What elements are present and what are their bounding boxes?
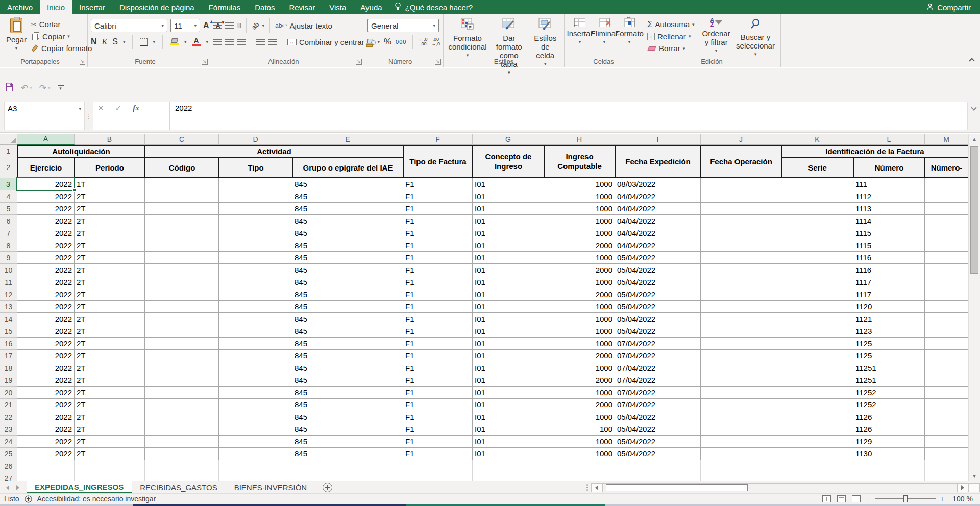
cell-J21[interactable] (701, 399, 781, 411)
tab-datos[interactable]: Datos (248, 0, 282, 14)
font-color-button[interactable]: A (192, 38, 201, 46)
cell-J6[interactable] (701, 215, 781, 227)
cell-D3[interactable] (219, 178, 292, 190)
cell-I3[interactable]: 08/03/2022 (615, 178, 701, 190)
column-header-F[interactable]: F (403, 134, 473, 145)
cell-E10[interactable]: 845 (292, 264, 403, 276)
cell-L26[interactable] (853, 460, 925, 472)
cell-B9[interactable]: 2T (75, 252, 145, 264)
cell-A11[interactable]: 2022 (17, 276, 75, 288)
copy-button[interactable]: Copiar ▾ (31, 31, 92, 42)
cell-H8[interactable]: 2000 (544, 239, 615, 252)
formula-bar-splitter[interactable]: ⋮ (85, 102, 93, 130)
cell-A20[interactable]: 2022 (17, 387, 75, 399)
cell-E8[interactable]: 845 (292, 239, 403, 252)
cell-A24[interactable]: 2022 (17, 436, 75, 448)
cell-D10[interactable] (219, 264, 292, 276)
header-cell-k2[interactable]: Serie (781, 157, 853, 178)
cell-L4[interactable]: 1112 (853, 190, 925, 203)
cell-K16[interactable] (781, 338, 853, 350)
previous-sheet-arrow[interactable] (6, 485, 9, 490)
cell-J7[interactable] (701, 227, 781, 239)
cell-A19[interactable]: 2022 (17, 374, 75, 387)
row-header-9[interactable]: 9 (0, 252, 17, 264)
cell-C6[interactable] (145, 215, 219, 227)
cell-C13[interactable] (145, 301, 219, 313)
row-header-5[interactable]: 5 (0, 203, 17, 215)
cell-J11[interactable] (701, 276, 781, 288)
cell-I8[interactable]: 04/04/2022 (615, 239, 701, 252)
page-break-view-button[interactable] (852, 495, 861, 502)
cell-B13[interactable]: 2T (75, 301, 145, 313)
increase-decimal-icon[interactable]: ←,0 ,00 (419, 37, 428, 46)
header-cell-fecha_expedicion[interactable]: Fecha Expedición (615, 145, 701, 178)
cell-H19[interactable]: 2000 (544, 374, 615, 387)
horizontal-scrollbar[interactable] (602, 483, 957, 492)
cell-D5[interactable] (219, 203, 292, 215)
cell-K4[interactable] (781, 190, 853, 203)
cell-A9[interactable]: 2022 (17, 252, 75, 264)
redo-button[interactable]: ↷▾ (39, 83, 51, 93)
cell-A17[interactable]: 2022 (17, 350, 75, 362)
enter-button[interactable]: ✓ (115, 104, 122, 113)
cell-D20[interactable] (219, 387, 292, 399)
align-left-icon[interactable] (213, 39, 222, 45)
cell-B27[interactable] (75, 472, 145, 481)
cell-I18[interactable]: 07/04/2022 (615, 362, 701, 374)
cell-H25[interactable]: 1000 (544, 448, 615, 460)
cell-F11[interactable]: F1 (403, 276, 473, 288)
cell-G20[interactable]: I01 (473, 387, 544, 399)
cell-D19[interactable] (219, 374, 292, 387)
format-cells-button[interactable]: ↔ Formato ▾ (617, 17, 642, 56)
cell-styles-button[interactable]: Estilos de celda ▾ (530, 17, 561, 56)
cell-B17[interactable]: 2T (75, 350, 145, 362)
cell-D17[interactable] (219, 350, 292, 362)
cell-F3[interactable]: F1 (403, 178, 473, 190)
font-size-select[interactable]: 11 ▾ (170, 19, 200, 32)
cell-A12[interactable]: 2022 (17, 288, 75, 301)
cell-L10[interactable]: 1116 (853, 264, 925, 276)
cell-D25[interactable] (219, 448, 292, 460)
cell-C17[interactable] (145, 350, 219, 362)
font-name-select[interactable]: Calibri ▾ (91, 19, 167, 32)
cell-G25[interactable]: I01 (473, 448, 544, 460)
cell-G10[interactable]: I01 (473, 264, 544, 276)
cell-K26[interactable] (781, 460, 853, 472)
cell-E23[interactable]: 845 (292, 423, 403, 436)
row-header-21[interactable]: 21 (0, 399, 17, 411)
cell-L15[interactable]: 1123 (853, 325, 925, 338)
cell-L9[interactable]: 1116 (853, 252, 925, 264)
header-cell-a2[interactable]: Ejercicio (17, 157, 75, 178)
cell-G24[interactable]: I01 (473, 436, 544, 448)
cell-E12[interactable]: 845 (292, 288, 403, 301)
cell-G11[interactable]: I01 (473, 276, 544, 288)
cell-I17[interactable]: 07/04/2022 (615, 350, 701, 362)
cell-F21[interactable]: F1 (403, 399, 473, 411)
cell-C16[interactable] (145, 338, 219, 350)
cell-M9[interactable] (925, 252, 968, 264)
cell-F26[interactable] (403, 460, 473, 472)
cell-M16[interactable] (925, 338, 968, 350)
row-header-17[interactable]: 17 (0, 350, 17, 362)
cell-J14[interactable] (701, 313, 781, 325)
header-cell-m2[interactable]: Número- (925, 157, 968, 178)
column-header-K[interactable]: K (781, 134, 853, 145)
row-header-1[interactable]: 1 (0, 145, 17, 157)
cell-B6[interactable]: 2T (75, 215, 145, 227)
number-format-select[interactable]: General ▾ (368, 19, 439, 32)
chevron-down-icon[interactable]: ▾ (377, 39, 380, 44)
cell-C23[interactable] (145, 423, 219, 436)
row-header-12[interactable]: 12 (0, 288, 17, 301)
cell-G23[interactable]: I01 (473, 423, 544, 436)
cell-E20[interactable]: 845 (292, 387, 403, 399)
cell-C24[interactable] (145, 436, 219, 448)
cell-C3[interactable] (145, 178, 219, 190)
zoom-slider-thumb[interactable] (903, 495, 908, 502)
cell-C25[interactable] (145, 448, 219, 460)
cell-J22[interactable] (701, 411, 781, 423)
align-center-icon[interactable] (225, 39, 234, 45)
header-cell-l2[interactable]: Número (853, 157, 925, 178)
cell-M12[interactable] (925, 288, 968, 301)
insert-function-button[interactable]: fx (133, 104, 139, 112)
cell-M3[interactable] (925, 178, 968, 190)
